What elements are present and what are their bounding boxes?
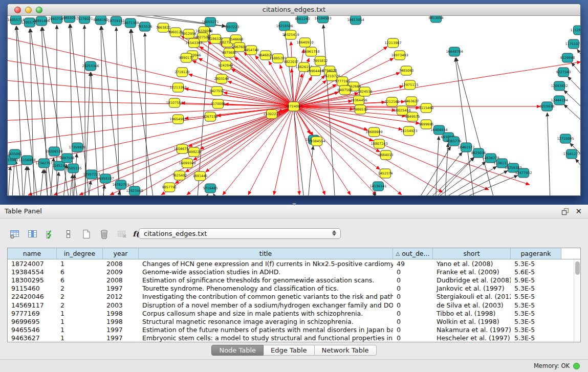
minimize-window-button[interactable] [25, 7, 32, 13]
network-node[interactable]: 19654985 [169, 115, 186, 124]
network-canvas[interactable]: 1405571412055727208914062043718110653257… [8, 16, 580, 195]
table-cell[interactable]: 1997 [103, 326, 139, 334]
table-cell[interactable]: Dudbridge et al. (2008) [433, 276, 511, 284]
table-settings-icon[interactable] [8, 228, 20, 240]
network-node[interactable]: 7955812 [313, 56, 328, 65]
row-height-icon[interactable] [62, 228, 74, 240]
network-node[interactable]: 12444194 [551, 96, 568, 105]
table-row[interactable]: 969969511998Structural magnetic resonanc… [8, 317, 580, 325]
table-cell[interactable]: Corpus callosum shape and size in male p… [139, 310, 393, 317]
table-cell[interactable]: Embryonic stem cells: a model to study s… [139, 334, 393, 342]
tab-network-table[interactable]: Network Table [315, 345, 377, 356]
table-row[interactable]: 1456911722003Disruption of a novel membe… [8, 301, 580, 309]
network-node[interactable]: 8912954 [182, 29, 197, 38]
network-node[interactable]: 16961758 [302, 47, 319, 56]
table-cell[interactable]: 49 [393, 260, 433, 268]
show-columns-icon[interactable] [26, 228, 38, 240]
table-cell[interactable]: 2008 [103, 276, 139, 284]
table-row[interactable]: 2242004622012Investigating the contribut… [8, 293, 580, 301]
column-header-name[interactable]: name [8, 248, 57, 259]
close-panel-icon[interactable]: ✕ [575, 207, 582, 215]
network-node[interactable]: 15276021 [76, 16, 93, 24]
table-cell[interactable]: Estimation of the future numbers of pati… [139, 326, 393, 334]
table-cell[interactable]: 1998 [103, 318, 139, 325]
table-cell[interactable]: 1997 [103, 285, 139, 292]
table-cell[interactable]: Estimation of significance thresholds fo… [139, 276, 393, 284]
table-cell[interactable]: Franke et al. (2009) [433, 268, 511, 276]
network-node[interactable]: 6466160 [94, 16, 108, 25]
network-node[interactable]: 1212160 [385, 97, 400, 106]
network-node[interactable]: 9960128 [168, 28, 183, 37]
network-node[interactable]: 7615526 [138, 22, 153, 31]
network-node[interactable]: 2718120 [175, 68, 190, 77]
network-node[interactable]: 2803144 [214, 74, 229, 83]
select-rows-icon[interactable] [44, 228, 56, 240]
table-cell[interactable]: Structural magnetic resonance image aver… [139, 318, 393, 325]
network-node[interactable]: 12213363 [169, 83, 186, 92]
column-header-title[interactable]: title [139, 248, 393, 259]
network-node[interactable]: 9890177 [179, 53, 194, 62]
table-cell[interactable]: 1998 [103, 310, 139, 317]
table-row[interactable]: 1830029562008Estimation of significance … [8, 276, 580, 284]
table-cell[interactable]: 0 [393, 310, 433, 317]
new-table-icon[interactable] [80, 228, 92, 240]
table-cell[interactable]: 14569117 [8, 301, 57, 309]
table-cell[interactable]: 0 [393, 276, 433, 284]
network-node[interactable]: 16782759 [112, 180, 129, 189]
network-node[interactable]: 16648784 [446, 47, 463, 56]
table-cell[interactable]: Jankovic et al. (1997) [433, 285, 511, 292]
network-node[interactable]: 18107554 [166, 98, 183, 107]
table-selector-dropdown[interactable]: citations_edges.txt [139, 228, 341, 239]
split-pane-handle[interactable] [292, 203, 296, 206]
network-node[interactable]: 18640910 [296, 38, 313, 47]
table-cell[interactable]: 9465546 [8, 326, 57, 334]
table-cell[interactable]: Disruption of a novel member of a sodium… [139, 301, 393, 309]
column-header-pagerank[interactable]: pagerank [511, 248, 561, 259]
table-cell[interactable]: 5.3E-5 [511, 334, 561, 342]
tab-node-table[interactable]: Node Table [211, 345, 264, 356]
network-node[interactable]: 9242844 [219, 61, 233, 70]
network-node[interactable]: 14136141 [369, 182, 386, 191]
scrollbar-thumb[interactable] [575, 261, 580, 275]
table-cell[interactable]: Hescheler et al. (1997) [433, 334, 511, 342]
network-window-titlebar[interactable]: citations_edges.txt [8, 4, 580, 16]
network-node[interactable]: 11751074 [565, 39, 580, 49]
table-cell[interactable]: 0 [393, 326, 433, 334]
network-node[interactable]: 1824514 [358, 87, 373, 96]
table-row[interactable]: 946362711997Embryonic stem cells: a mode… [8, 334, 580, 342]
network-node[interactable]: 9227343 [556, 68, 571, 77]
table-cell[interactable]: Nakamura et al. (1997) [433, 326, 511, 334]
table-cell[interactable]: Wolkin et al. (1998) [433, 318, 511, 325]
table-cell[interactable]: 18724007 [8, 260, 57, 268]
network-node[interactable]: 9385776 [447, 137, 462, 146]
close-window-button[interactable] [14, 7, 21, 13]
table-cell[interactable]: Tourette syndrome. Phenomenology and cla… [139, 285, 393, 292]
network-node[interactable]: 19218506 [276, 21, 293, 31]
network-node[interactable]: 1435061 [8, 149, 22, 159]
network-node[interactable]: 8561243 [295, 16, 310, 24]
table-cell[interactable]: 5.9E-5 [511, 276, 561, 284]
network-node[interactable]: 12923448 [126, 186, 143, 195]
zoom-window-button[interactable] [36, 7, 42, 13]
table-cell[interactable]: 5.6E-5 [511, 268, 561, 276]
table-cell[interactable]: 22420046 [8, 293, 57, 300]
table-cell[interactable]: Investigating the contribution of common… [139, 293, 393, 300]
network-node[interactable]: 7986532 [353, 105, 368, 114]
table-row[interactable]: 1872400712008Changes of HCN gene express… [8, 259, 580, 268]
network-node[interactable]: 5716485 [203, 184, 218, 193]
delete-rows-icon[interactable] [98, 228, 110, 240]
network-node[interactable]: 11128390 [570, 26, 580, 35]
table-cell[interactable]: Changes of HCN gene expression and I(f) … [139, 260, 393, 268]
table-cell[interactable]: 0 [393, 285, 433, 292]
table-row[interactable]: 911546021997Tourette syndrome. Phenomeno… [8, 285, 580, 293]
table-cell[interactable]: 1 [57, 260, 103, 268]
table-cell[interactable]: 2008 [103, 260, 139, 268]
table-row[interactable]: 977716911998Corpus callosum shape and si… [8, 309, 580, 317]
table-row[interactable]: 1938455462009Genome-wide association stu… [8, 268, 580, 276]
table-cell[interactable]: 5.5E-5 [511, 293, 561, 300]
network-node[interactable]: 7625402 [172, 171, 187, 180]
table-cell[interactable]: Stergiakouli et al. (2012) [433, 293, 511, 300]
table-cell[interactable]: de Silva et al. (2003) [433, 301, 511, 309]
network-view-window[interactable]: citations_edges.txt 14055714120557272089… [7, 4, 581, 196]
column-header-in_degree[interactable]: in_degree [57, 248, 103, 259]
